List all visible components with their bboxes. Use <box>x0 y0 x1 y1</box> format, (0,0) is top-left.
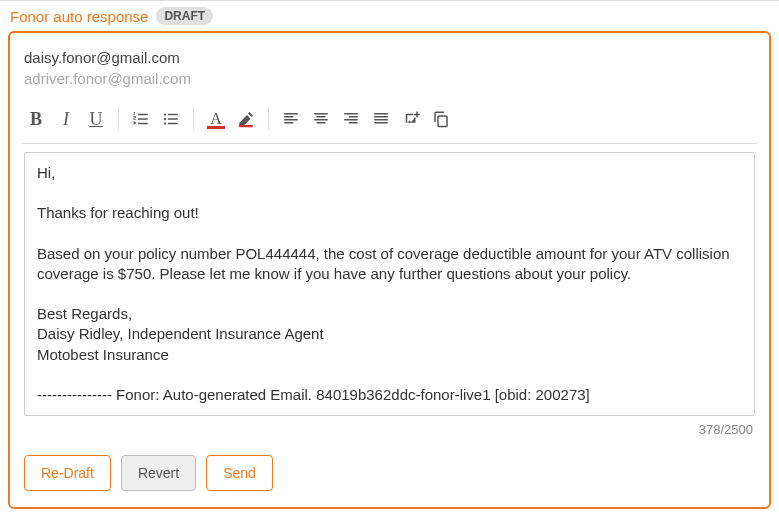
body-line: Daisy Ridley, Independent Insurance Agen… <box>37 324 742 344</box>
align-center-icon <box>312 110 330 128</box>
status-badge: DRAFT <box>156 7 213 25</box>
revert-button[interactable]: Revert <box>121 455 196 491</box>
compose-card: daisy.fonor@gmail.com adriver.fonor@gmai… <box>8 31 771 509</box>
send-button[interactable]: Send <box>206 455 273 491</box>
recipients-block: daisy.fonor@gmail.com adriver.fonor@gmai… <box>24 47 755 89</box>
ordered-list-button[interactable] <box>127 105 155 133</box>
bold-button[interactable]: B <box>22 105 50 133</box>
message-body-input[interactable]: Hi, Thanks for reaching out! Based on yo… <box>24 152 755 416</box>
highlight-icon <box>237 110 255 128</box>
body-line: Best Regards, <box>37 304 742 324</box>
svg-rect-4 <box>438 116 447 127</box>
body-footer: --------------- Fonor: Auto-generated Em… <box>37 385 742 405</box>
align-center-button[interactable] <box>307 105 335 133</box>
align-left-icon <box>282 110 300 128</box>
underline-button[interactable]: U <box>82 105 110 133</box>
align-right-button[interactable] <box>337 105 365 133</box>
recipient-to[interactable]: daisy.fonor@gmail.com <box>24 47 755 68</box>
align-left-button[interactable] <box>277 105 305 133</box>
svg-point-2 <box>164 122 166 124</box>
svg-point-1 <box>164 118 166 120</box>
unordered-list-icon <box>162 110 180 128</box>
copy-icon <box>432 110 450 128</box>
align-justify-icon <box>372 110 390 128</box>
top-divider <box>0 0 779 1</box>
toolbar-separator <box>268 108 269 130</box>
body-line: Based on your policy number POL444444, t… <box>37 244 742 285</box>
highlight-color-button[interactable] <box>232 105 260 133</box>
body-line: Thanks for reaching out! <box>37 203 742 223</box>
svg-rect-3 <box>239 125 253 127</box>
italic-button[interactable]: I <box>52 105 80 133</box>
align-justify-button[interactable] <box>367 105 395 133</box>
body-line: Motobest Insurance <box>37 345 742 365</box>
char-counter: 378/2500 <box>24 416 755 437</box>
editor-toolbar: B I U A <box>22 99 757 144</box>
recipient-cc[interactable]: adriver.fonor@gmail.com <box>24 68 755 89</box>
toolbar-separator <box>118 108 119 130</box>
svg-point-0 <box>164 113 166 115</box>
align-right-icon <box>342 110 360 128</box>
body-line: Hi, <box>37 163 742 183</box>
redraft-button[interactable]: Re-Draft <box>24 455 111 491</box>
image-plus-icon <box>402 110 420 128</box>
copy-button[interactable] <box>427 105 455 133</box>
ordered-list-icon <box>132 110 150 128</box>
action-row: Re-Draft Revert Send <box>24 455 755 491</box>
text-color-button[interactable]: A <box>202 105 230 133</box>
toolbar-separator <box>193 108 194 130</box>
unordered-list-button[interactable] <box>157 105 185 133</box>
header-row: Fonor auto response DRAFT <box>0 7 779 31</box>
insert-image-button[interactable] <box>397 105 425 133</box>
page-title: Fonor auto response <box>10 8 148 25</box>
